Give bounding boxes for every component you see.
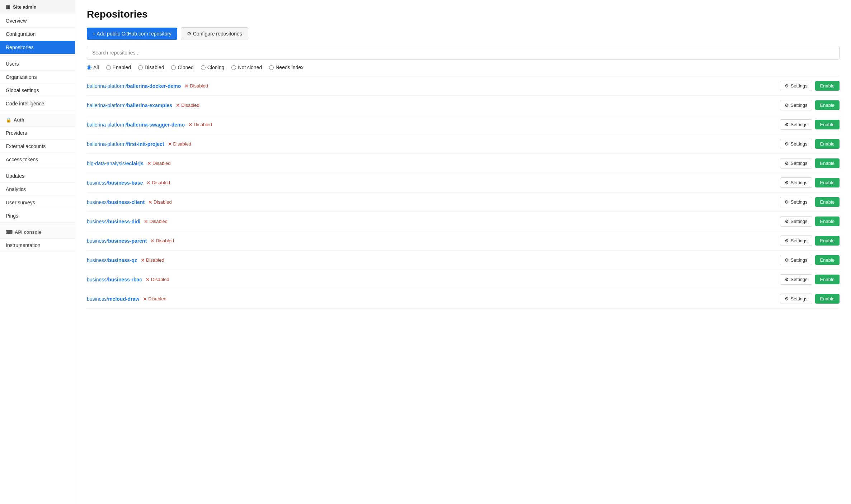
filter-radio-all[interactable] xyxy=(87,65,91,70)
enable-button[interactable]: Enable xyxy=(815,236,840,246)
enable-button[interactable]: Enable xyxy=(815,81,840,91)
sidebar-item-global-settings[interactable]: Global settings xyxy=(0,84,75,97)
repo-link[interactable]: business/business-didi xyxy=(87,219,140,224)
sidebar-item-overview[interactable]: Overview xyxy=(0,14,75,28)
repo-info: business/business-client✕ Disabled xyxy=(87,199,780,205)
repo-actions: ⚙ SettingsEnable xyxy=(780,236,840,246)
enable-button[interactable]: Enable xyxy=(815,178,840,187)
repo-link[interactable]: big-data-analysis/eclairjs xyxy=(87,161,144,166)
table-row: ballerina-platform/ballerina-docker-demo… xyxy=(87,76,840,96)
repo-actions: ⚙ SettingsEnable xyxy=(780,197,840,207)
status-badge: ✕ Disabled xyxy=(168,141,192,147)
site-admin-label: Site admin xyxy=(13,4,37,10)
filter-radio-cloned[interactable] xyxy=(171,65,176,70)
settings-button[interactable]: ⚙ Settings xyxy=(780,236,812,246)
settings-button[interactable]: ⚙ Settings xyxy=(780,158,812,168)
gear-icon: ⚙ xyxy=(785,257,789,263)
settings-button[interactable]: ⚙ Settings xyxy=(780,255,812,265)
filter-radio-disabled[interactable] xyxy=(138,65,143,70)
repo-link[interactable]: ballerina-platform/ballerina-docker-demo xyxy=(87,83,181,89)
sidebar: ▦ Site admin Overview Configuration Repo… xyxy=(0,0,75,504)
repo-info: ballerina-platform/ballerina-docker-demo… xyxy=(87,83,780,89)
repo-actions: ⚙ SettingsEnable xyxy=(780,216,840,227)
sidebar-item-users[interactable]: Users xyxy=(0,57,75,71)
status-badge: ✕ Disabled xyxy=(184,83,208,89)
repositories-label: Repositories xyxy=(6,44,34,50)
overview-label: Overview xyxy=(6,18,27,24)
repo-link[interactable]: business/business-parent xyxy=(87,238,147,244)
table-row: business/mcloud-draw✕ Disabled⚙ Settings… xyxy=(87,289,840,309)
repo-actions: ⚙ SettingsEnable xyxy=(780,81,840,91)
enable-button[interactable]: Enable xyxy=(815,139,840,149)
status-badge: ✕ Disabled xyxy=(143,296,166,302)
repo-link[interactable]: business/business-rbac xyxy=(87,277,142,282)
sidebar-item-external-accounts[interactable]: External accounts xyxy=(0,140,75,153)
enable-button[interactable]: Enable xyxy=(815,294,840,304)
repo-link[interactable]: ballerina-platform/ballerina-examples xyxy=(87,103,172,108)
repo-link[interactable]: business/business-qz xyxy=(87,257,137,263)
filter-option-all[interactable]: All xyxy=(87,65,99,70)
sidebar-item-access-tokens[interactable]: Access tokens xyxy=(0,153,75,166)
enable-button[interactable]: Enable xyxy=(815,275,840,284)
filter-option-not-cloned[interactable]: Not cloned xyxy=(231,65,262,70)
sidebar-item-providers[interactable]: Providers xyxy=(0,127,75,140)
settings-button[interactable]: ⚙ Settings xyxy=(780,81,812,91)
configure-repositories-button[interactable]: ⚙ Configure repositories xyxy=(181,27,248,40)
gear-icon: ⚙ xyxy=(785,103,789,108)
filter-option-needs-index[interactable]: Needs index xyxy=(269,65,304,70)
sidebar-item-analytics[interactable]: Analytics xyxy=(0,183,75,196)
add-repository-button[interactable]: + Add public GitHub.com repository xyxy=(87,28,177,40)
status-badge: ✕ Disabled xyxy=(148,199,172,205)
filter-label-not-cloned: Not cloned xyxy=(238,65,262,70)
gear-icon: ⚙ xyxy=(785,83,789,89)
filter-radio-enabled[interactable] xyxy=(106,65,111,70)
repo-info: ballerina-platform/ballerina-swagger-dem… xyxy=(87,122,780,128)
settings-button[interactable]: ⚙ Settings xyxy=(780,274,812,285)
api-console-header[interactable]: ⌨ API console xyxy=(0,226,75,239)
sidebar-item-configuration[interactable]: Configuration xyxy=(0,28,75,41)
settings-button[interactable]: ⚙ Settings xyxy=(780,177,812,188)
sidebar-item-code-intelligence[interactable]: Code intelligence xyxy=(0,97,75,110)
filter-radio-not-cloned[interactable] xyxy=(231,65,236,70)
enable-button[interactable]: Enable xyxy=(815,197,840,207)
filter-label-cloning: Cloning xyxy=(207,65,224,70)
sidebar-item-instrumentation[interactable]: Instrumentation xyxy=(0,239,75,252)
settings-button[interactable]: ⚙ Settings xyxy=(780,197,812,207)
repo-link[interactable]: ballerina-platform/ballerina-swagger-dem… xyxy=(87,122,185,128)
sidebar-item-pings[interactable]: Pings xyxy=(0,209,75,223)
filter-option-disabled[interactable]: Disabled xyxy=(138,65,164,70)
enable-button[interactable]: Enable xyxy=(815,255,840,265)
enable-button[interactable]: Enable xyxy=(815,158,840,168)
repo-actions: ⚙ SettingsEnable xyxy=(780,139,840,149)
enable-button[interactable]: Enable xyxy=(815,217,840,226)
filter-radio-needs-index[interactable] xyxy=(269,65,274,70)
search-input[interactable] xyxy=(87,46,840,60)
gear-icon: ⚙ xyxy=(785,238,789,243)
repo-actions: ⚙ SettingsEnable xyxy=(780,294,840,304)
sidebar-item-organizations[interactable]: Organizations xyxy=(0,71,75,84)
repo-link[interactable]: ballerina-platform/first-init-project xyxy=(87,141,164,147)
sidebar-item-repositories[interactable]: Repositories xyxy=(0,41,75,54)
filter-option-cloning[interactable]: Cloning xyxy=(201,65,224,70)
settings-button[interactable]: ⚙ Settings xyxy=(780,119,812,130)
repo-link[interactable]: business/business-client xyxy=(87,199,145,205)
repo-link[interactable]: business/business-base xyxy=(87,180,143,186)
sidebar-item-updates[interactable]: Updates xyxy=(0,170,75,183)
table-row: ballerina-platform/first-init-project✕ D… xyxy=(87,134,840,154)
repo-info: business/business-parent✕ Disabled xyxy=(87,238,780,244)
filter-radio-cloning[interactable] xyxy=(201,65,206,70)
filter-label-cloned: Cloned xyxy=(178,65,193,70)
settings-button[interactable]: ⚙ Settings xyxy=(780,139,812,149)
sidebar-item-user-surveys[interactable]: User surveys xyxy=(0,196,75,209)
enable-button[interactable]: Enable xyxy=(815,100,840,110)
table-row: business/business-client✕ Disabled⚙ Sett… xyxy=(87,192,840,212)
settings-button[interactable]: ⚙ Settings xyxy=(780,100,812,110)
filter-option-cloned[interactable]: Cloned xyxy=(171,65,193,70)
settings-button[interactable]: ⚙ Settings xyxy=(780,216,812,227)
status-x-icon: ✕ xyxy=(146,180,151,186)
filter-option-enabled[interactable]: Enabled xyxy=(106,65,131,70)
enable-button[interactable]: Enable xyxy=(815,120,840,129)
repo-link[interactable]: business/mcloud-draw xyxy=(87,296,139,302)
table-row: business/business-rbac✕ Disabled⚙ Settin… xyxy=(87,270,840,289)
settings-button[interactable]: ⚙ Settings xyxy=(780,294,812,304)
